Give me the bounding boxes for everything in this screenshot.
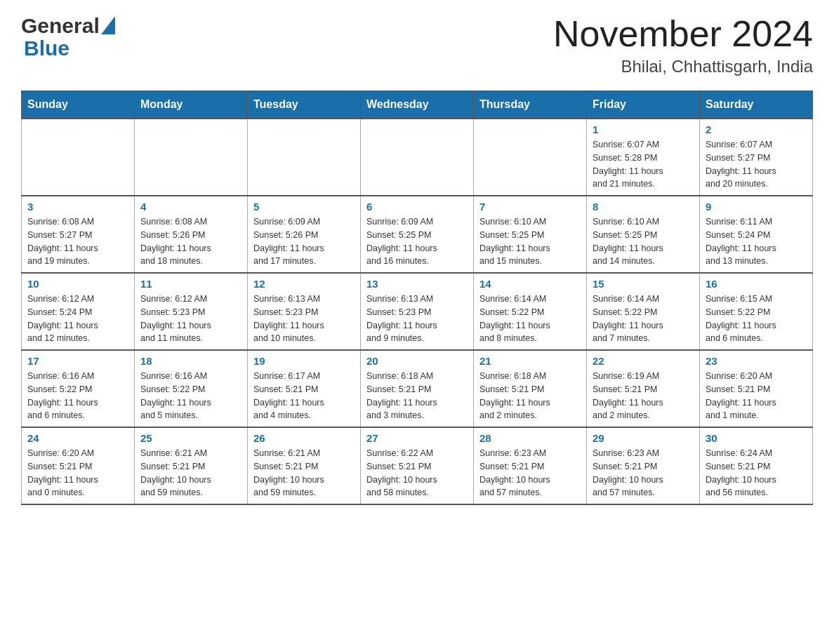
logo-blue-text: Blue — [24, 36, 70, 60]
calendar-cell: 24Sunrise: 6:20 AM Sunset: 5:21 PM Dayli… — [22, 427, 135, 504]
calendar-cell: 3Sunrise: 6:08 AM Sunset: 5:27 PM Daylig… — [22, 196, 135, 273]
day-info: Sunrise: 6:16 AM Sunset: 5:22 PM Dayligh… — [140, 370, 241, 422]
calendar-week-row: 17Sunrise: 6:16 AM Sunset: 5:22 PM Dayli… — [22, 350, 813, 427]
day-number: 7 — [479, 201, 581, 213]
day-info: Sunrise: 6:11 AM Sunset: 5:24 PM Dayligh… — [706, 215, 807, 268]
calendar-cell: 21Sunrise: 6:18 AM Sunset: 5:21 PM Dayli… — [474, 350, 587, 427]
calendar-cell: 29Sunrise: 6:23 AM Sunset: 5:21 PM Dayli… — [587, 427, 700, 504]
day-info: Sunrise: 6:23 AM Sunset: 5:21 PM Dayligh… — [593, 447, 694, 499]
calendar-week-row: 3Sunrise: 6:08 AM Sunset: 5:27 PM Daylig… — [22, 196, 813, 273]
day-number: 8 — [593, 201, 694, 213]
calendar-cell: 5Sunrise: 6:09 AM Sunset: 5:26 PM Daylig… — [248, 196, 361, 273]
calendar-cell: 13Sunrise: 6:13 AM Sunset: 5:23 PM Dayli… — [361, 273, 474, 350]
day-number: 2 — [706, 123, 807, 135]
day-info: Sunrise: 6:08 AM Sunset: 5:27 PM Dayligh… — [27, 215, 128, 268]
day-info: Sunrise: 6:17 AM Sunset: 5:21 PM Dayligh… — [253, 370, 355, 422]
calendar-cell: 11Sunrise: 6:12 AM Sunset: 5:23 PM Dayli… — [135, 273, 248, 350]
day-info: Sunrise: 6:18 AM Sunset: 5:21 PM Dayligh… — [479, 370, 581, 422]
day-of-week-header: Saturday — [700, 91, 813, 119]
day-number: 18 — [140, 355, 241, 367]
calendar-table: SundayMondayTuesdayWednesdayThursdayFrid… — [21, 90, 813, 505]
day-number: 26 — [253, 432, 355, 444]
day-number: 27 — [366, 432, 468, 444]
day-number: 10 — [27, 278, 128, 290]
day-number: 28 — [479, 432, 581, 444]
day-info: Sunrise: 6:08 AM Sunset: 5:26 PM Dayligh… — [140, 215, 241, 268]
day-number: 25 — [140, 432, 241, 444]
day-info: Sunrise: 6:13 AM Sunset: 5:23 PM Dayligh… — [366, 293, 468, 345]
calendar-cell: 8Sunrise: 6:10 AM Sunset: 5:25 PM Daylig… — [587, 196, 700, 273]
day-number: 12 — [253, 278, 355, 290]
day-info: Sunrise: 6:20 AM Sunset: 5:21 PM Dayligh… — [27, 447, 128, 499]
day-number: 9 — [706, 201, 807, 213]
day-info: Sunrise: 6:13 AM Sunset: 5:23 PM Dayligh… — [253, 293, 355, 345]
logo: General Blue — [21, 14, 115, 60]
day-info: Sunrise: 6:19 AM Sunset: 5:21 PM Dayligh… — [593, 370, 694, 422]
day-info: Sunrise: 6:10 AM Sunset: 5:25 PM Dayligh… — [593, 215, 694, 268]
calendar-week-row: 24Sunrise: 6:20 AM Sunset: 5:21 PM Dayli… — [22, 427, 813, 504]
calendar-cell — [361, 119, 474, 196]
calendar-cell: 19Sunrise: 6:17 AM Sunset: 5:21 PM Dayli… — [248, 350, 361, 427]
calendar-week-row: 1Sunrise: 6:07 AM Sunset: 5:28 PM Daylig… — [22, 119, 813, 196]
calendar-cell: 7Sunrise: 6:10 AM Sunset: 5:25 PM Daylig… — [474, 196, 587, 273]
title-section: November 2024 Bhilai, Chhattisgarh, Indi… — [553, 14, 813, 76]
day-info: Sunrise: 6:12 AM Sunset: 5:23 PM Dayligh… — [140, 293, 241, 345]
day-number: 15 — [593, 278, 694, 290]
calendar-cell: 30Sunrise: 6:24 AM Sunset: 5:21 PM Dayli… — [700, 427, 813, 504]
day-number: 29 — [593, 432, 694, 444]
calendar-cell: 16Sunrise: 6:15 AM Sunset: 5:22 PM Dayli… — [700, 273, 813, 350]
calendar-cell: 12Sunrise: 6:13 AM Sunset: 5:23 PM Dayli… — [248, 273, 361, 350]
calendar-cell: 17Sunrise: 6:16 AM Sunset: 5:22 PM Dayli… — [22, 350, 135, 427]
calendar-cell: 10Sunrise: 6:12 AM Sunset: 5:24 PM Dayli… — [22, 273, 135, 350]
day-info: Sunrise: 6:10 AM Sunset: 5:25 PM Dayligh… — [479, 215, 581, 268]
calendar-cell: 25Sunrise: 6:21 AM Sunset: 5:21 PM Dayli… — [135, 427, 248, 504]
day-info: Sunrise: 6:21 AM Sunset: 5:21 PM Dayligh… — [140, 447, 241, 499]
calendar-cell: 22Sunrise: 6:19 AM Sunset: 5:21 PM Dayli… — [587, 350, 700, 427]
day-number: 22 — [593, 355, 694, 367]
day-number: 5 — [253, 201, 355, 213]
svg-marker-0 — [101, 16, 115, 34]
day-info: Sunrise: 6:23 AM Sunset: 5:21 PM Dayligh… — [479, 447, 581, 499]
day-of-week-header: Wednesday — [361, 91, 474, 119]
page-header: General Blue November 2024 Bhilai, Chhat… — [21, 14, 813, 76]
day-info: Sunrise: 6:22 AM Sunset: 5:21 PM Dayligh… — [366, 447, 468, 499]
day-of-week-header: Thursday — [474, 91, 587, 119]
calendar-cell: 14Sunrise: 6:14 AM Sunset: 5:22 PM Dayli… — [474, 273, 587, 350]
day-of-week-header: Tuesday — [248, 91, 361, 119]
calendar-cell: 18Sunrise: 6:16 AM Sunset: 5:22 PM Dayli… — [135, 350, 248, 427]
day-number: 3 — [27, 201, 128, 213]
day-number: 23 — [706, 355, 807, 367]
calendar-cell: 4Sunrise: 6:08 AM Sunset: 5:26 PM Daylig… — [135, 196, 248, 273]
calendar-cell — [248, 119, 361, 196]
day-info: Sunrise: 6:14 AM Sunset: 5:22 PM Dayligh… — [593, 293, 694, 345]
day-number: 13 — [366, 278, 468, 290]
day-info: Sunrise: 6:21 AM Sunset: 5:21 PM Dayligh… — [253, 447, 355, 499]
calendar-cell — [135, 119, 248, 196]
day-number: 24 — [27, 432, 128, 444]
day-info: Sunrise: 6:18 AM Sunset: 5:21 PM Dayligh… — [366, 370, 468, 422]
day-of-week-header: Friday — [587, 91, 700, 119]
calendar-cell: 28Sunrise: 6:23 AM Sunset: 5:21 PM Dayli… — [474, 427, 587, 504]
calendar-cell — [22, 119, 135, 196]
day-info: Sunrise: 6:07 AM Sunset: 5:28 PM Dayligh… — [593, 138, 694, 191]
day-info: Sunrise: 6:24 AM Sunset: 5:21 PM Dayligh… — [706, 447, 807, 499]
calendar-cell: 1Sunrise: 6:07 AM Sunset: 5:28 PM Daylig… — [587, 119, 700, 196]
calendar-cell: 26Sunrise: 6:21 AM Sunset: 5:21 PM Dayli… — [248, 427, 361, 504]
day-info: Sunrise: 6:09 AM Sunset: 5:25 PM Dayligh… — [366, 215, 468, 268]
day-number: 16 — [706, 278, 807, 290]
calendar-cell: 27Sunrise: 6:22 AM Sunset: 5:21 PM Dayli… — [361, 427, 474, 504]
day-number: 30 — [706, 432, 807, 444]
day-info: Sunrise: 6:07 AM Sunset: 5:27 PM Dayligh… — [706, 138, 807, 191]
day-number: 17 — [27, 355, 128, 367]
day-number: 4 — [140, 201, 241, 213]
day-info: Sunrise: 6:12 AM Sunset: 5:24 PM Dayligh… — [27, 293, 128, 345]
calendar-cell: 23Sunrise: 6:20 AM Sunset: 5:21 PM Dayli… — [700, 350, 813, 427]
day-number: 14 — [479, 278, 581, 290]
logo-general-text: General — [21, 14, 100, 38]
day-info: Sunrise: 6:09 AM Sunset: 5:26 PM Dayligh… — [253, 215, 355, 268]
day-of-week-header: Sunday — [22, 91, 135, 119]
day-number: 19 — [253, 355, 355, 367]
logo-triangle-icon — [101, 16, 115, 34]
calendar-cell — [474, 119, 587, 196]
day-info: Sunrise: 6:20 AM Sunset: 5:21 PM Dayligh… — [706, 370, 807, 422]
